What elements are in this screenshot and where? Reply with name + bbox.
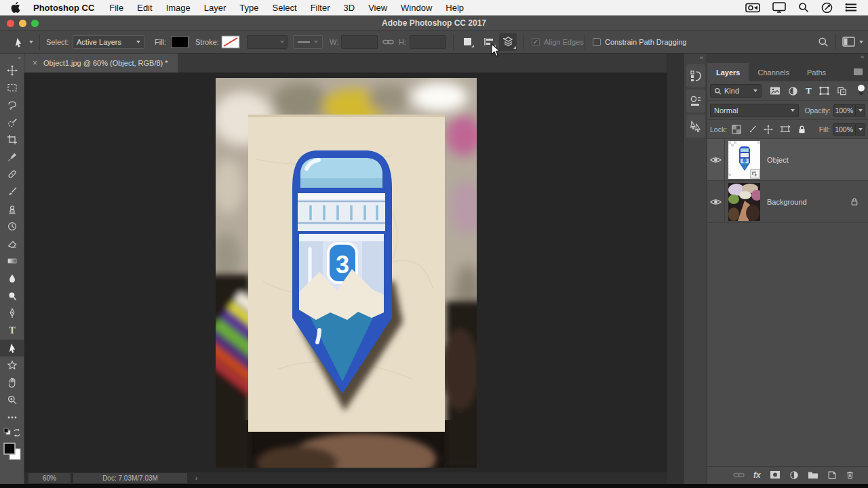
document-image[interactable]: 3 [216,78,477,468]
layer-name[interactable]: Object [767,156,789,164]
siri-icon[interactable] [821,2,833,14]
dodge-tool[interactable] [0,287,24,305]
new-group-icon[interactable] [808,470,818,479]
menu-view[interactable]: View [368,3,387,13]
lock-pixels-icon[interactable] [748,125,757,134]
link-dimensions-icon[interactable] [382,30,394,53]
workspace-switcher-button[interactable] [842,30,863,53]
default-colors-icon[interactable] [4,428,10,434]
menu-app-name[interactable]: Photoshop CC [33,3,94,13]
close-tab-icon[interactable]: × [33,58,37,68]
tool-preset-button[interactable] [14,30,33,53]
zoom-level-field[interactable]: 60% [28,473,71,483]
lock-artboard-icon[interactable] [780,125,791,134]
filter-kind-dropdown[interactable]: Kind [710,84,762,98]
stroke-swatch[interactable] [221,30,240,53]
collapse-panels-icon[interactable]: » [707,54,868,63]
layer-visibility-toggle[interactable] [707,139,725,180]
crop-tool[interactable] [0,131,24,148]
collapsed-panel-history-button[interactable] [686,64,705,87]
brush-tool[interactable] [0,183,24,201]
filter-toggle-switch[interactable] [857,84,865,98]
layer-thumbnail-object[interactable] [728,141,760,179]
menu-3d[interactable]: 3D [344,3,355,13]
tab-paths[interactable]: Paths [798,63,835,81]
canvas-area[interactable]: 3 [24,73,667,472]
spot-healing-brush-tool[interactable] [0,166,24,184]
zoom-tool[interactable] [0,391,24,409]
panel-menu-icon[interactable] [854,68,863,75]
select-mode-dropdown[interactable]: Active Layers [72,30,145,53]
foreground-color-swatch[interactable] [4,443,15,454]
align-edges-checkbox[interactable]: ✓ Align Edges [532,30,584,53]
opacity-dropdown-chevron[interactable] [856,104,865,117]
pen-tool[interactable] [0,304,24,322]
layer-name[interactable]: Background [767,198,807,206]
layer-thumbnail-background[interactable] [728,183,760,221]
add-layer-mask-icon[interactable] [770,470,781,479]
expand-panels-icon[interactable]: « [684,54,707,62]
lock-transparency-icon[interactable] [732,125,741,134]
menu-edit[interactable]: Edit [137,3,152,13]
layer-visibility-toggle[interactable] [707,181,725,222]
status-options-chevron[interactable]: › [195,474,197,482]
search-button[interactable] [818,30,829,53]
path-selection-tool[interactable] [0,340,24,357]
toolbar-collapse-icon[interactable]: » [0,54,24,62]
swap-colors-icon[interactable] [14,429,20,437]
spotlight-search-icon[interactable] [798,2,809,13]
eyedropper-tool[interactable] [0,148,24,166]
fill-swatch[interactable] [171,30,189,53]
opacity-field[interactable]: 100% [833,104,856,117]
eraser-tool[interactable] [0,235,24,253]
layer-row-object[interactable]: Object [707,139,868,181]
width-field[interactable] [341,30,378,53]
fill-dropdown-chevron[interactable] [856,123,865,136]
filter-smart-objects-icon[interactable] [837,86,847,96]
collapsed-panel-artboard-button[interactable] [686,115,705,138]
fill-field[interactable]: 100% [833,123,856,136]
layer-styles-icon[interactable]: fx [753,470,761,480]
lasso-tool[interactable] [0,96,24,114]
filter-pixel-layers-icon[interactable] [770,86,781,96]
path-operations-button[interactable] [460,30,475,53]
display-icon[interactable] [772,2,786,13]
menu-layer[interactable]: Layer [204,3,226,13]
menu-select[interactable]: Select [272,3,296,13]
new-layer-icon[interactable] [827,470,837,480]
stroke-type-dropdown[interactable] [293,30,323,53]
menu-type[interactable]: Type [239,3,258,13]
tab-layers[interactable]: Layers [707,63,749,81]
layer-row-background[interactable]: Background [707,181,868,223]
tab-channels[interactable]: Channels [749,63,797,81]
menu-help[interactable]: Help [446,3,464,13]
custom-shape-tool[interactable] [0,357,24,374]
quick-selection-tool[interactable] [0,114,24,131]
notification-center-icon[interactable] [845,3,857,12]
screen-record-icon[interactable] [745,3,760,13]
history-brush-tool[interactable] [0,218,24,235]
document-tab[interactable]: × Object1.jpg @ 60% (Object, RGB/8) * [24,54,178,73]
menu-file[interactable]: File [109,3,123,13]
move-tool[interactable] [0,62,24,79]
lock-all-icon[interactable] [797,125,806,134]
collapsed-panel-character-button[interactable] [686,89,705,113]
background-lock-icon[interactable] [850,197,859,206]
apple-logo-icon[interactable] [11,2,20,13]
menu-image[interactable]: Image [166,3,191,13]
filter-adjustment-layers-icon[interactable] [788,86,798,96]
stroke-width-field[interactable] [247,30,288,53]
new-adjustment-layer-icon[interactable] [789,470,799,480]
lock-position-icon[interactable] [764,125,773,134]
blur-tool[interactable] [0,270,24,287]
delete-layer-icon[interactable] [846,470,854,480]
edit-toolbar-button[interactable] [0,409,24,426]
link-layers-icon[interactable] [733,472,745,479]
height-field[interactable] [410,30,446,53]
menu-window[interactable]: Window [401,3,432,13]
marquee-tool[interactable] [0,79,24,97]
canvas-scroll-strip[interactable] [667,54,684,484]
type-tool[interactable]: T [0,322,24,340]
filter-shape-layers-icon[interactable] [819,86,829,96]
gradient-tool[interactable] [0,253,24,270]
